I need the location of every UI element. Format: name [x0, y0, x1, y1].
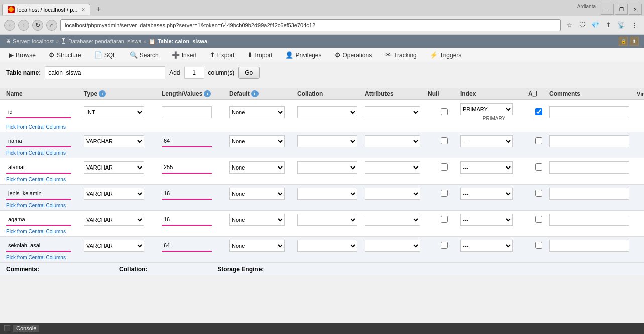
collation-select-alamat[interactable]: [297, 161, 357, 174]
restore-button[interactable]: ❐: [615, 4, 628, 15]
comments-input-jenis[interactable]: [549, 188, 629, 200]
ai-checkbox-alamat[interactable]: [535, 163, 542, 171]
null-checkbox-alamat[interactable]: [441, 163, 448, 171]
type-select-nama[interactable]: VARCHAR INT: [84, 135, 144, 147]
default-select-nama[interactable]: None: [229, 135, 285, 147]
length-input-sekolah[interactable]: [162, 240, 212, 252]
ai-checkbox-id[interactable]: [535, 108, 542, 115]
length-input-id[interactable]: [162, 106, 212, 118]
attr-select-sekolah[interactable]: [365, 240, 420, 252]
breadcrumb-server[interactable]: Server: localhost: [13, 38, 54, 44]
index-select-sekolah[interactable]: --- PRIMARY: [460, 240, 513, 252]
type-info-icon[interactable]: i: [99, 90, 106, 97]
length-input-alamat[interactable]: [162, 161, 212, 174]
attr-select-id[interactable]: [365, 106, 420, 118]
lock-icon[interactable]: 🔒: [619, 37, 628, 46]
breadcrumb-db[interactable]: Database: pendaftaran_siswa: [68, 38, 142, 44]
tab-triggers[interactable]: ⚡Triggers: [423, 48, 468, 62]
rss-icon[interactable]: 📡: [616, 20, 627, 31]
tab-import[interactable]: ⬇Import: [241, 48, 279, 62]
tab-browse[interactable]: ▶Browse: [2, 48, 42, 62]
back-button[interactable]: ‹: [4, 20, 15, 31]
tab-close-button[interactable]: ×: [81, 6, 85, 13]
type-select-agama[interactable]: VARCHAR INT: [84, 214, 144, 226]
default-select-agama[interactable]: None: [229, 214, 285, 226]
tab-search[interactable]: 🔍Search: [123, 48, 165, 62]
shield-icon[interactable]: 🛡: [577, 20, 588, 31]
comments-input-sekolah[interactable]: [549, 240, 629, 252]
length-info-icon[interactable]: i: [204, 90, 211, 97]
pick-central-columns-sekolah[interactable]: Pick from Central Columns: [0, 255, 644, 262]
attr-select-nama[interactable]: [365, 135, 420, 147]
index-select-id[interactable]: PRIMARY ---: [460, 103, 513, 115]
comments-input-agama[interactable]: [549, 214, 629, 226]
ext-icon1[interactable]: 💎: [590, 20, 601, 31]
forward-button[interactable]: ›: [18, 20, 29, 31]
default-select-alamat[interactable]: None: [229, 161, 285, 174]
attr-select-alamat[interactable]: [365, 161, 420, 174]
tab-operations[interactable]: ⚙Operations: [328, 48, 379, 62]
name-input-alamat[interactable]: [6, 161, 71, 174]
home-button[interactable]: ⌂: [46, 20, 57, 31]
type-select-jenis[interactable]: VARCHAR INT: [84, 188, 144, 200]
default-info-icon[interactable]: i: [251, 90, 259, 97]
default-select-jenis[interactable]: None: [229, 188, 285, 200]
ext-icon2[interactable]: ⬆: [603, 20, 614, 31]
go-button[interactable]: Go: [238, 67, 260, 79]
bookmark-icon[interactable]: ☆: [564, 20, 575, 31]
tab-privileges[interactable]: 👤Privileges: [279, 48, 328, 62]
length-input-jenis[interactable]: [162, 188, 212, 200]
attr-select-jenis[interactable]: [365, 188, 420, 200]
comments-input-id[interactable]: [549, 106, 629, 118]
active-tab[interactable]: 🔶 localhost / localhost / p... ×: [2, 4, 90, 15]
index-select-jenis[interactable]: --- PRIMARY: [460, 188, 513, 200]
url-bar[interactable]: localhost/phpmyadmin/server_databases.ph…: [60, 19, 561, 31]
name-input-agama[interactable]: [6, 214, 71, 226]
null-checkbox-agama[interactable]: [441, 216, 448, 223]
attr-select-agama[interactable]: [365, 214, 420, 226]
ai-checkbox-jenis[interactable]: [535, 190, 542, 197]
collation-select-sekolah[interactable]: [297, 240, 357, 252]
ai-checkbox-agama[interactable]: [535, 216, 542, 223]
tab-export[interactable]: ⬆Export: [203, 48, 241, 62]
name-input-jenis[interactable]: [6, 188, 71, 200]
menu-icon[interactable]: ⋮: [629, 20, 640, 31]
type-select-id[interactable]: INT VARCHAR: [84, 106, 144, 118]
comments-input-nama[interactable]: [549, 135, 629, 147]
name-input-id[interactable]: [6, 106, 71, 118]
collation-select-id[interactable]: [297, 106, 357, 118]
collation-select-agama[interactable]: [297, 214, 357, 226]
pick-central-columns-agama[interactable]: Pick from Central Columns: [0, 229, 644, 236]
null-checkbox-jenis[interactable]: [441, 190, 448, 197]
pick-central-columns-jenis[interactable]: Pick from Central Columns: [0, 203, 644, 210]
expand-icon[interactable]: ⬆: [630, 37, 639, 46]
table-name-input[interactable]: [45, 66, 165, 79]
index-select-alamat[interactable]: --- PRIMARY: [460, 161, 513, 174]
close-button[interactable]: ×: [629, 4, 642, 15]
null-checkbox-sekolah[interactable]: [441, 242, 448, 249]
index-select-agama[interactable]: --- PRIMARY: [460, 214, 513, 226]
null-checkbox-nama[interactable]: [441, 137, 448, 144]
length-input-agama[interactable]: [162, 214, 212, 226]
tab-structure[interactable]: ⚙Structure: [42, 48, 88, 62]
index-select-nama[interactable]: --- PRIMARY: [460, 135, 513, 147]
null-checkbox-id[interactable]: [441, 108, 448, 115]
tab-insert[interactable]: ➕Insert: [165, 48, 203, 62]
add-columns-input[interactable]: [184, 67, 204, 79]
tab-sql[interactable]: 📄SQL: [88, 48, 123, 62]
new-tab-button[interactable]: +: [92, 3, 104, 15]
collation-select-nama[interactable]: [297, 135, 357, 147]
tab-tracking[interactable]: 👁Tracking: [378, 48, 423, 62]
name-input-nama[interactable]: [6, 135, 71, 147]
name-input-sekolah[interactable]: [6, 240, 71, 252]
ai-checkbox-nama[interactable]: [535, 137, 542, 144]
comments-input-alamat[interactable]: [549, 161, 629, 174]
collation-select-jenis[interactable]: [297, 188, 357, 200]
type-select-sekolah[interactable]: VARCHAR INT: [84, 240, 144, 252]
type-select-alamat[interactable]: VARCHAR INT: [84, 161, 144, 174]
minimize-button[interactable]: —: [601, 4, 614, 15]
length-input-nama[interactable]: [162, 135, 212, 147]
pick-central-columns-id[interactable]: Pick from Central Columns: [0, 124, 644, 132]
default-select-id[interactable]: None: [229, 106, 285, 118]
refresh-button[interactable]: ↻: [32, 20, 43, 31]
